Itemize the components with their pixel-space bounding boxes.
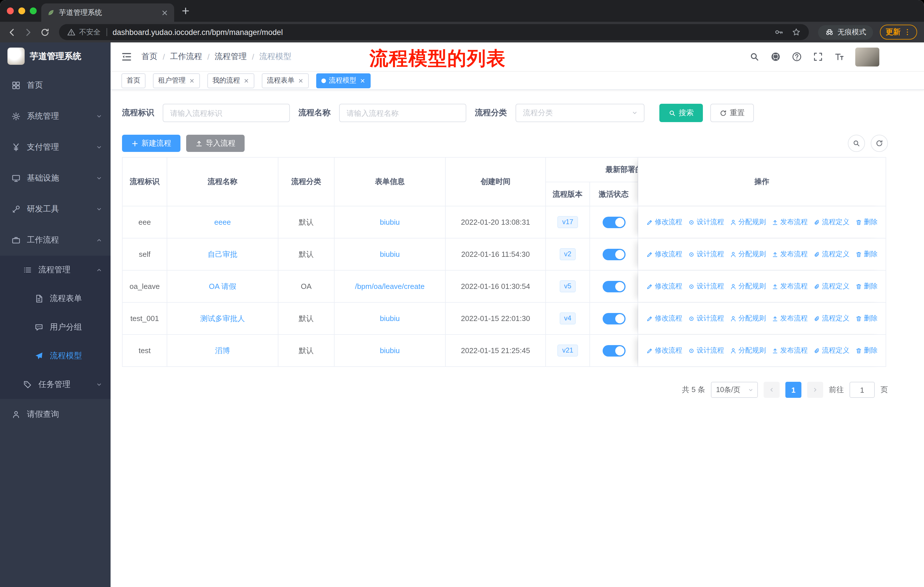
show-search-button[interactable] xyxy=(848,135,865,152)
prev-page-button[interactable] xyxy=(764,382,780,398)
design-process-link[interactable]: 设计流程 xyxy=(688,281,724,291)
active-toggle[interactable] xyxy=(602,313,625,324)
design-process-link[interactable]: 设计流程 xyxy=(688,217,724,227)
sidebar-item-workflow[interactable]: 工作流程 xyxy=(0,225,111,256)
edit-process-link[interactable]: 修改流程 xyxy=(646,281,682,291)
delete-process-link[interactable]: 删除 xyxy=(855,250,878,259)
publish-process-link[interactable]: 发布流程 xyxy=(772,250,808,259)
close-icon[interactable] xyxy=(243,78,249,83)
form-link[interactable]: biubiu xyxy=(380,218,399,227)
browser-menu-icon[interactable] xyxy=(903,28,911,36)
delete-process-link[interactable]: 删除 xyxy=(855,314,878,323)
sidebar-item-infrastructure[interactable]: 基础设施 xyxy=(0,163,111,194)
user-avatar[interactable] xyxy=(855,47,879,66)
publish-process-link[interactable]: 发布流程 xyxy=(772,217,808,227)
sidebar-item-user-group[interactable]: 用户分组 xyxy=(0,313,111,342)
form-link[interactable]: /bpm/oa/leave/create xyxy=(355,282,425,291)
page-number-active[interactable]: 1 xyxy=(785,382,802,398)
reload-button[interactable] xyxy=(40,27,50,37)
active-toggle[interactable] xyxy=(602,345,625,356)
search-button[interactable]: 搜索 xyxy=(659,104,703,122)
process-category-select[interactable]: 流程分类 xyxy=(516,104,644,122)
sidebar-item-process-form[interactable]: 流程表单 xyxy=(0,284,111,313)
process-definition-link[interactable]: 流程定义 xyxy=(813,346,850,356)
import-process-button[interactable]: 导入流程 xyxy=(186,135,244,152)
password-key-icon[interactable] xyxy=(774,28,784,37)
tag-home[interactable]: 首页 xyxy=(121,73,145,88)
design-process-link[interactable]: 设计流程 xyxy=(688,314,724,323)
browser-update-button[interactable]: 更新 xyxy=(880,25,917,40)
process-name-link[interactable]: eeee xyxy=(214,218,231,227)
sidebar-item-process-manage[interactable]: 流程管理 xyxy=(0,256,111,284)
reset-button[interactable]: 重置 xyxy=(710,104,754,122)
close-icon[interactable] xyxy=(298,78,304,83)
window-zoom-button[interactable] xyxy=(30,7,37,14)
edit-process-link[interactable]: 修改流程 xyxy=(646,346,682,356)
breadcrumb-item[interactable]: 工作流程 xyxy=(170,51,202,62)
github-icon[interactable] xyxy=(771,51,781,62)
breadcrumb-item[interactable]: 流程管理 xyxy=(215,51,247,62)
tag-process-model[interactable]: 流程模型 xyxy=(316,73,371,88)
forward-button[interactable] xyxy=(23,27,33,37)
process-name-input[interactable] xyxy=(339,104,466,122)
refresh-table-button[interactable] xyxy=(871,135,888,152)
design-process-link[interactable]: 设计流程 xyxy=(688,346,724,356)
tag-my-process[interactable]: 我的流程 xyxy=(207,73,254,88)
tag-tenant[interactable]: 租户管理 xyxy=(153,73,200,88)
process-name-link[interactable]: 自己审批 xyxy=(208,249,238,260)
sidebar-item-devtools[interactable]: 研发工具 xyxy=(0,194,111,225)
next-page-button[interactable] xyxy=(807,382,823,398)
process-name-link[interactable]: OA 请假 xyxy=(209,281,236,291)
tag-process-form[interactable]: 流程表单 xyxy=(262,73,309,88)
sidebar-item-home[interactable]: 首页 xyxy=(0,70,111,101)
edit-process-link[interactable]: 修改流程 xyxy=(646,250,682,259)
close-icon[interactable] xyxy=(189,78,195,83)
tab-close-icon[interactable] xyxy=(161,9,168,17)
assign-rule-link[interactable]: 分配规则 xyxy=(730,250,766,259)
process-definition-link[interactable]: 流程定义 xyxy=(813,281,850,291)
process-definition-link[interactable]: 流程定义 xyxy=(813,250,850,259)
active-toggle[interactable] xyxy=(602,217,625,228)
close-icon[interactable] xyxy=(360,78,365,83)
sidebar-collapse-icon[interactable] xyxy=(121,51,132,63)
help-icon[interactable] xyxy=(792,51,802,62)
form-link[interactable]: biubiu xyxy=(380,346,399,355)
page-size-select[interactable]: 10条/页 xyxy=(711,382,758,398)
publish-process-link[interactable]: 发布流程 xyxy=(772,346,808,356)
process-name-link[interactable]: 滔博 xyxy=(215,346,230,356)
process-definition-link[interactable]: 流程定义 xyxy=(813,314,850,323)
design-process-link[interactable]: 设计流程 xyxy=(688,250,724,259)
breadcrumb-item[interactable]: 首页 xyxy=(142,51,158,62)
sidebar-item-task-manage[interactable]: 任务管理 xyxy=(0,370,111,399)
assign-rule-link[interactable]: 分配规则 xyxy=(730,314,766,323)
publish-process-link[interactable]: 发布流程 xyxy=(772,314,808,323)
browser-tab[interactable]: 芋道管理系统 xyxy=(41,3,174,22)
active-toggle[interactable] xyxy=(602,281,625,292)
assign-rule-link[interactable]: 分配规则 xyxy=(730,281,766,291)
new-tab-button[interactable] xyxy=(181,6,190,15)
active-toggle[interactable] xyxy=(602,248,625,260)
sidebar-item-leave-query[interactable]: 请假查询 xyxy=(0,399,111,430)
back-button[interactable] xyxy=(7,27,16,37)
address-bar[interactable]: 不安全 dashboard.yudao.iocoder.cn/bpm/manag… xyxy=(59,24,809,40)
process-name-link[interactable]: 测试多审批人 xyxy=(200,313,245,324)
bookmark-star-icon[interactable] xyxy=(792,28,801,37)
assign-rule-link[interactable]: 分配规则 xyxy=(730,346,766,356)
form-link[interactable]: biubiu xyxy=(380,250,399,258)
publish-process-link[interactable]: 发布流程 xyxy=(772,281,808,291)
assign-rule-link[interactable]: 分配规则 xyxy=(730,217,766,227)
sidebar-item-process-model[interactable]: 流程模型 xyxy=(0,342,111,370)
process-id-input[interactable] xyxy=(163,104,290,122)
sidebar-item-system[interactable]: 系统管理 xyxy=(0,101,111,132)
delete-process-link[interactable]: 删除 xyxy=(855,281,878,291)
process-definition-link[interactable]: 流程定义 xyxy=(813,217,850,227)
form-link[interactable]: biubiu xyxy=(380,314,399,323)
font-size-icon[interactable] xyxy=(834,51,844,62)
edit-process-link[interactable]: 修改流程 xyxy=(646,314,682,323)
window-close-button[interactable] xyxy=(7,7,14,14)
window-minimize-button[interactable] xyxy=(18,7,25,14)
sidebar-item-payment[interactable]: 支付管理 xyxy=(0,132,111,163)
search-icon[interactable] xyxy=(749,51,760,62)
create-process-button[interactable]: 新建流程 xyxy=(122,135,180,152)
delete-process-link[interactable]: 删除 xyxy=(855,217,878,227)
